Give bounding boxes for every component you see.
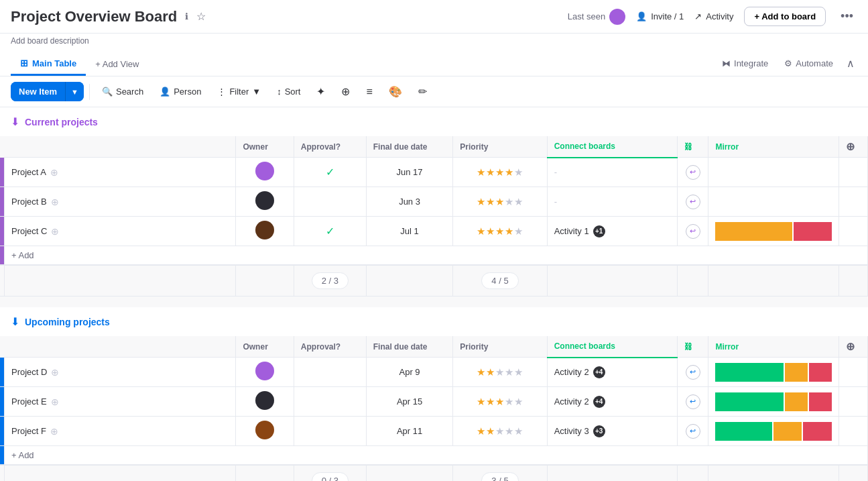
owner-avatar[interactable] — [255, 162, 274, 180]
summary-owner — [236, 465, 294, 481]
add-sub-item-icon[interactable]: ⊕ — [51, 197, 59, 207]
row-due-cell[interactable]: Apr 9 — [366, 358, 453, 387]
row-approval-cell[interactable] — [294, 387, 366, 417]
row-name-cell: Project D ⊕ — [4, 358, 235, 387]
row-name: Project A — [11, 167, 46, 177]
connect-badge[interactable]: +4 — [593, 396, 605, 408]
sort-button[interactable]: ↕ Sort — [270, 83, 307, 100]
row-connect-cell[interactable]: - — [547, 187, 677, 217]
tool-icon-5: ✦ — [316, 85, 325, 98]
row-approval-cell[interactable] — [294, 187, 366, 217]
add-sub-item-icon[interactable]: ⊕ — [51, 226, 59, 237]
filter-button[interactable]: ⋮ Filter ▼ — [210, 83, 267, 100]
invite-button[interactable]: 👤 Invite / 1 — [636, 11, 684, 21]
add-view-button[interactable]: + Add View — [86, 52, 148, 74]
ucol-header-add[interactable]: ⊕ — [839, 336, 867, 358]
link-icon[interactable]: ↩ — [686, 365, 700, 380]
link-icon[interactable]: ↩ — [686, 224, 700, 239]
star-icon[interactable]: ☆ — [196, 10, 206, 23]
link-icon[interactable]: ↩ — [686, 165, 700, 180]
connect-text[interactable]: Activity 2 — [554, 367, 589, 377]
connect-badge[interactable]: +3 — [593, 425, 605, 437]
link-icon[interactable]: ↩ — [686, 195, 700, 209]
more-options-button[interactable]: ••• — [836, 7, 857, 26]
integrate-button[interactable]: ⧓ Integrate — [717, 56, 773, 71]
add-sub-item-icon[interactable]: ⊕ — [51, 396, 59, 407]
row-name-cell: Project A ⊕ — [4, 158, 235, 187]
connect-text[interactable]: Activity 1 — [554, 226, 589, 236]
connect-badge[interactable]: +4 — [593, 366, 605, 378]
activity-icon: ↗ — [694, 11, 702, 21]
row-connect-cell[interactable]: Activity 3 +3 — [547, 417, 677, 446]
add-sub-item-icon[interactable]: ⊕ — [50, 167, 58, 178]
row-priority-cell[interactable]: ★★★★★ — [453, 217, 547, 246]
row-due-cell[interactable]: Jun 17 — [366, 158, 453, 187]
star-4: ★ — [514, 366, 523, 378]
owner-avatar[interactable] — [255, 221, 274, 239]
add-sub-item-icon[interactable]: ⊕ — [51, 367, 59, 378]
tool-btn-7[interactable]: ≡ — [359, 83, 379, 101]
summary-mirror — [708, 465, 839, 481]
row-due-cell[interactable]: Jun 3 — [366, 187, 453, 217]
star-1: ★ — [486, 225, 495, 237]
tool-btn-6[interactable]: ⊕ — [334, 82, 357, 101]
row-name-cell: Project B ⊕ — [4, 187, 235, 217]
connect-text[interactable]: Activity 3 — [554, 426, 589, 436]
upcoming-section-expand-icon[interactable]: ⬇ — [11, 315, 19, 328]
tab-main-table[interactable]: ⊞ Main Table — [11, 51, 86, 76]
add-sub-item-icon[interactable]: ⊕ — [50, 426, 58, 437]
row-connect-cell[interactable]: - — [547, 158, 677, 187]
info-icon[interactable]: ℹ — [185, 11, 188, 21]
add-to-board-button[interactable]: + Add to board — [744, 7, 826, 26]
link-icon[interactable]: ↩ — [686, 394, 700, 409]
current-projects-section: ⬇ Current projects Owner Approval? Final… — [0, 107, 868, 297]
summary-due — [366, 265, 453, 297]
tool-btn-8[interactable]: 🎨 — [382, 82, 409, 101]
owner-avatar[interactable] — [255, 391, 274, 410]
uadd-col-icon[interactable]: ⊕ — [846, 341, 855, 352]
row-priority-cell[interactable]: ★★★★★ — [453, 358, 547, 387]
row-due-cell[interactable]: Jul 1 — [366, 217, 453, 246]
col-header-name — [4, 136, 235, 158]
col-header-add[interactable]: ⊕ — [839, 136, 867, 158]
owner-avatar[interactable] — [255, 362, 274, 380]
collapse-button[interactable]: ∧ — [844, 54, 857, 72]
new-item-dropdown[interactable]: ▼ — [66, 82, 84, 101]
row-connect-cell[interactable]: Activity 2 +4 — [547, 387, 677, 417]
row-approval-cell[interactable]: ✓ — [294, 217, 366, 246]
owner-avatar[interactable] — [255, 191, 274, 210]
link-icon[interactable]: ↩ — [686, 424, 700, 439]
row-connect-cell[interactable]: Activity 1 +1 — [547, 217, 677, 246]
tool-btn-9[interactable]: ✏ — [412, 82, 434, 101]
row-approval-cell[interactable] — [294, 417, 366, 446]
row-priority-cell[interactable]: ★★★★★ — [453, 158, 547, 187]
board-description[interactable]: Add board description — [0, 34, 868, 51]
row-due-cell[interactable]: Apr 15 — [366, 387, 453, 417]
row-due-cell[interactable]: Apr 11 — [366, 417, 453, 446]
add-row-label[interactable]: + Add — [4, 246, 867, 266]
row-approval-cell[interactable] — [294, 358, 366, 387]
add-row-label[interactable]: + Add — [4, 446, 867, 466]
new-item-button[interactable]: New Item — [11, 82, 65, 101]
row-priority-cell[interactable]: ★★★★★ — [453, 387, 547, 417]
tool-btn-5[interactable]: ✦ — [310, 82, 332, 101]
current-projects-body: Project A ⊕ ✓ Jun 17 ★★★★★ - ↩ Projec — [0, 158, 868, 297]
col-header-link: ⛓ — [677, 136, 708, 158]
automate-button[interactable]: ⚙ Automate — [779, 56, 839, 71]
row-priority-cell[interactable]: ★★★★★ — [453, 187, 547, 217]
row-approval-cell[interactable]: ✓ — [294, 158, 366, 187]
tool-icon-7: ≡ — [366, 86, 372, 98]
connect-text[interactable]: Activity 2 — [554, 396, 589, 407]
person-button[interactable]: 👤 Person — [153, 83, 208, 100]
owner-avatar[interactable] — [255, 421, 274, 439]
row-priority-cell[interactable]: ★★★★★ — [453, 417, 547, 446]
star-0: ★ — [477, 166, 485, 178]
add-col-icon[interactable]: ⊕ — [846, 141, 855, 152]
current-section-expand-icon[interactable]: ⬇ — [11, 115, 19, 128]
row-connect-cell[interactable]: Activity 2 +4 — [547, 358, 677, 387]
activity-button[interactable]: ↗ Activity — [694, 11, 733, 21]
row-mirror-cell — [708, 158, 839, 187]
search-button[interactable]: 🔍 Search — [95, 83, 150, 100]
connect-badge[interactable]: +1 — [593, 225, 605, 237]
upcoming-projects-table: Owner Approval? Final due date Priority … — [0, 336, 868, 481]
